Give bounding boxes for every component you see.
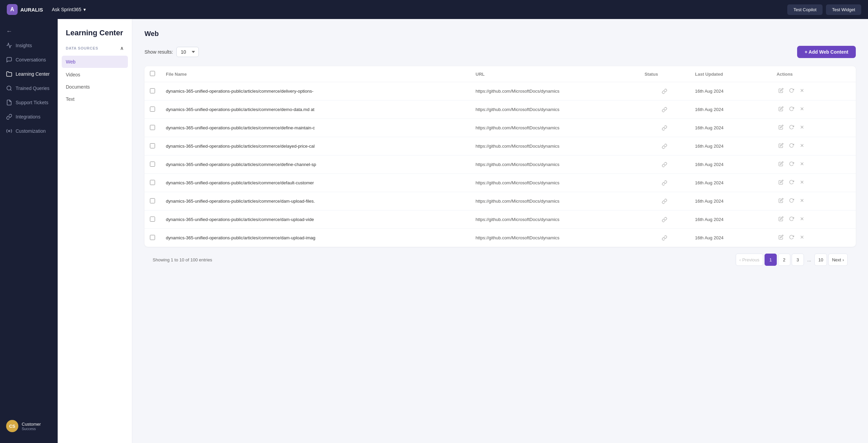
link-icon-4 [644,162,684,167]
edit-button-2[interactable] [776,123,786,132]
refresh-button-0[interactable] [787,87,796,96]
table-row: dynamics-365-unified-operations-public/a… [144,155,856,174]
delete-button-8[interactable] [797,233,807,242]
row-checkbox-2[interactable] [150,125,155,130]
status-cell-5 [639,174,690,192]
edit-button-5[interactable] [776,178,786,187]
edit-button-4[interactable] [776,160,786,169]
select-all-checkbox[interactable] [150,71,155,76]
chevron-up-icon: ∧ [120,45,124,51]
delete-button-5[interactable] [797,178,807,187]
link-icon-5 [644,180,684,186]
pagination-summary: Showing 1 to 10 of 100 entries [153,257,212,262]
nav-item-text[interactable]: Text [58,93,132,105]
delete-button-1[interactable] [797,105,807,114]
chevron-left-icon: ‹ [739,257,741,262]
refresh-button-1[interactable] [787,105,796,114]
sidebar-item-integrations[interactable]: Integrations [0,110,58,124]
row-checkbox-1[interactable] [150,107,155,112]
url-cell-5: https://github.com/MicrosoftDocs/dynamic… [470,174,639,192]
sidebar-item-insights[interactable]: Insights [0,38,58,53]
row-checkbox-4[interactable] [150,162,155,167]
table-row: dynamics-365-unified-operations-public/a… [144,100,856,119]
refresh-button-5[interactable] [787,178,796,187]
status-cell-7 [639,210,690,229]
user-details: Customer Success [22,422,41,431]
refresh-button-2[interactable] [787,123,796,132]
edit-button-7[interactable] [776,215,786,224]
date-cell-4: 16th Aug 2024 [690,155,771,174]
row-checkbox-cell-5 [144,174,160,192]
page-3-button[interactable]: 3 [792,254,804,266]
page-title: Web [144,30,856,38]
row-checkbox-3[interactable] [150,143,155,148]
refresh-button-7[interactable] [787,215,796,224]
data-table: File Name URL Status Last Updated Action… [144,66,856,247]
prev-page-button[interactable]: ‹ Previous [736,254,763,266]
table-header-row: File Name URL Status Last Updated Action… [144,66,856,82]
add-web-content-button[interactable]: + Add Web Content [797,46,856,58]
sidebar-item-trained-queries[interactable]: Trained Queries [0,81,58,95]
edit-button-6[interactable] [776,197,786,206]
delete-button-2[interactable] [797,123,807,132]
row-checkbox-cell-3 [144,137,160,155]
filename-cell-2: dynamics-365-unified-operations-public/a… [160,119,470,137]
delete-button-7[interactable] [797,215,807,224]
nav-item-web[interactable]: Web [62,56,128,68]
nav-item-videos[interactable]: Videos [58,69,132,81]
row-checkbox-7[interactable] [150,217,155,222]
page-1-button[interactable]: 1 [765,254,777,266]
actions-cell-6 [771,192,856,210]
delete-button-4[interactable] [797,160,807,169]
test-widget-button[interactable]: Test Widget [826,4,861,15]
table-body: dynamics-365-unified-operations-public/a… [144,82,856,247]
sidebar-item-customization[interactable]: Customization [0,124,58,138]
page-2-button[interactable]: 2 [778,254,790,266]
pagination-controls: ‹ Previous 1 2 3 ... 10 Next › [736,254,848,266]
insights-icon [6,42,12,49]
filename-cell-3: dynamics-365-unified-operations-public/a… [160,137,470,155]
refresh-button-8[interactable] [787,233,796,242]
row-checkbox-6[interactable] [150,198,155,203]
refresh-button-3[interactable] [787,142,796,151]
pagination-ellipsis: ... [805,257,813,262]
edit-button-0[interactable] [776,87,786,96]
delete-button-3[interactable] [797,142,807,151]
row-checkbox-cell-7 [144,210,160,229]
link-icon-8 [644,235,684,241]
page-10-button[interactable]: 10 [814,254,827,266]
delete-button-6[interactable] [797,197,807,206]
edit-button-3[interactable] [776,142,786,151]
test-copilot-button[interactable]: Test Copilot [787,4,823,15]
refresh-button-4[interactable] [787,160,796,169]
filename-cell-7: dynamics-365-unified-operations-public/a… [160,210,470,229]
status-cell-2 [639,119,690,137]
next-page-button[interactable]: Next › [828,254,848,266]
row-checkbox-0[interactable] [150,88,155,93]
filename-header: File Name [160,66,470,82]
delete-button-0[interactable] [797,87,807,96]
user-info[interactable]: CS Customer Success [6,420,52,432]
results-per-page-select[interactable]: 10 25 50 100 [176,47,199,57]
actions-cell-3 [771,137,856,155]
status-cell-0 [639,82,690,100]
edit-button-8[interactable] [776,233,786,242]
nav-item-documents[interactable]: Documents [58,81,132,93]
back-button[interactable]: ← [0,24,58,38]
topnav: A AURALIS Ask Sprint365 ▾ Test Copilot T… [0,0,868,19]
main-area: Learning Center DATA SOURCES ∧ Web Video… [58,19,868,443]
row-checkbox-5[interactable] [150,180,155,185]
actions-cell-2 [771,119,856,137]
status-cell-8 [639,229,690,247]
refresh-button-6[interactable] [787,197,796,206]
app-selector[interactable]: Ask Sprint365 ▾ [49,5,89,14]
sidebar-item-conversations[interactable]: Conversations [0,53,58,67]
edit-button-1[interactable] [776,105,786,114]
row-checkbox-8[interactable] [150,235,155,240]
panel-title: Learning Center [58,29,132,45]
sidebar-item-learning-center[interactable]: Learning Center [0,67,58,81]
content-area: Web Show results: 10 25 50 100 + Add Web… [132,19,868,443]
link-icon-2 [644,125,684,131]
url-cell-3: https://github.com/MicrosoftDocs/dynamic… [470,137,639,155]
sidebar-item-support-tickets[interactable]: Support Tickets [0,95,58,110]
